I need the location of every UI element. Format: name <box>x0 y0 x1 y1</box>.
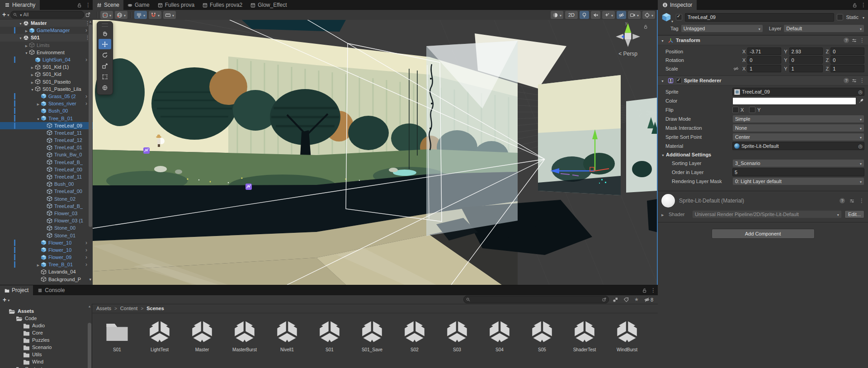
gameobject-name-field[interactable]: TreeLeaf_09 <box>685 13 834 22</box>
sprite-renderer-header[interactable]: Sprite Renderer <box>658 75 868 85</box>
hierarchy-row[interactable]: Bush_00 <box>0 180 93 188</box>
help-icon[interactable] <box>844 78 849 83</box>
palette-drag-handle[interactable] <box>102 24 108 27</box>
hierarchy-row[interactable]: S01 <box>0 34 93 41</box>
tab-inspector[interactable]: Inspector <box>658 0 697 10</box>
sprite-sort-point-dropdown[interactable]: Center <box>732 133 864 141</box>
scrollbar-thumb[interactable] <box>88 323 91 368</box>
expand-arrow-icon[interactable] <box>24 42 29 48</box>
hidden-count-badge[interactable]: 8 <box>642 297 655 302</box>
hierarchy-row[interactable]: TreeLeaf_00 <box>0 188 93 195</box>
project-folder-row[interactable]: Assets <box>0 307 92 315</box>
hierarchy-row[interactable]: Stone_02 <box>0 195 93 203</box>
measure-button[interactable] <box>163 11 176 19</box>
hand-tool-button[interactable] <box>99 28 111 38</box>
project-folder-row[interactable]: Content <box>0 365 92 368</box>
expand-arrow-icon[interactable] <box>30 79 35 85</box>
asset-tile[interactable]: Master <box>189 319 216 352</box>
hierarchy-row[interactable]: Tree_B_01 <box>0 261 93 268</box>
object-picker-icon[interactable] <box>858 143 863 149</box>
create-button[interactable] <box>2 11 9 18</box>
hierarchy-row[interactable]: Stone_01 <box>0 231 93 239</box>
scene-lock-icon[interactable] <box>643 24 648 29</box>
rotate-tool-button[interactable] <box>99 50 111 60</box>
y-value-field[interactable]: 2.93 <box>789 47 823 55</box>
hierarchy-row[interactable]: Stones_river <box>0 100 93 107</box>
hierarchy-row[interactable]: Grass_05 (2 <box>0 93 93 100</box>
breadcrumb-scenes[interactable]: Scenes <box>146 306 164 311</box>
draw-mode-dropdown[interactable]: Simple <box>732 115 864 123</box>
y-value-field[interactable]: 1 <box>789 65 823 72</box>
presets-icon[interactable] <box>851 78 857 84</box>
active-checkbox[interactable] <box>676 14 682 20</box>
prefab-open-chevron[interactable] <box>85 246 87 254</box>
scene-view-tab[interactable]: Scene <box>93 0 123 10</box>
expand-arrow-icon[interactable] <box>30 71 35 77</box>
foldout-icon[interactable] <box>661 38 665 43</box>
flip-y-checkbox[interactable] <box>749 107 755 113</box>
breadcrumb-content[interactable]: Content <box>120 306 138 311</box>
hierarchy-row[interactable]: Flower_09 <box>0 254 93 261</box>
perspective-label[interactable]: < Persp <box>607 51 649 57</box>
x-value-field[interactable]: -3.71 <box>747 47 781 55</box>
camera-settings-button[interactable] <box>628 11 641 19</box>
gizmo-axes[interactable] <box>613 23 643 51</box>
grid-snapping-toggle[interactable] <box>134 11 147 19</box>
color-swatch[interactable] <box>732 97 856 105</box>
create-asset-button[interactable] <box>3 296 9 303</box>
hierarchy-row[interactable]: S01_Paseito <box>0 78 93 85</box>
hierarchy-row[interactable]: Tree_B_01 <box>0 114 93 122</box>
asset-tile[interactable]: S05 <box>528 319 556 352</box>
expand-arrow-icon[interactable] <box>24 50 29 55</box>
prefab-open-chevron[interactable] <box>85 27 87 34</box>
scroll-up-icon[interactable]: ▲ <box>89 20 92 24</box>
prefab-open-chevron[interactable] <box>85 239 87 246</box>
hierarchy-row[interactable]: Background_P <box>0 276 93 283</box>
kebab-menu-icon[interactable] <box>85 2 91 8</box>
shader-dropdown[interactable]: Universal Render Pipeline/2D/Sprite-Lit-… <box>692 210 842 218</box>
scene-viewport[interactable]: y < Persp <box>93 20 658 285</box>
hierarchy-row[interactable]: GameManager <box>0 27 93 34</box>
z-value-field[interactable]: 0 <box>830 56 864 64</box>
flip-x-checkbox[interactable] <box>732 107 739 113</box>
hierarchy-row[interactable]: Bush_00 <box>0 107 93 114</box>
asset-tile[interactable]: LightTest <box>146 319 173 352</box>
scene-view-tab[interactable]: Game <box>123 0 154 10</box>
window-popout-icon[interactable] <box>85 12 90 17</box>
hierarchy-row[interactable]: Trunk_Bw_0 <box>0 151 93 158</box>
presets-icon[interactable] <box>851 38 857 43</box>
scroll-up-icon[interactable]: ▲ <box>88 305 91 308</box>
add-component-button[interactable]: Add Component <box>712 229 815 239</box>
hierarchy-row[interactable]: Flower_10 <box>0 239 93 246</box>
prefab-open-chevron[interactable] <box>85 261 87 268</box>
favorites-icon[interactable] <box>632 297 641 302</box>
expand-arrow-icon[interactable] <box>36 101 41 106</box>
additional-settings-label[interactable]: Additional Settings <box>666 152 711 157</box>
hidden-objects-toggle[interactable] <box>617 11 626 19</box>
project-folder-row[interactable]: Scenario <box>0 344 92 351</box>
kebab-menu-icon[interactable] <box>859 77 865 84</box>
project-folder-row[interactable]: Utils <box>0 351 92 358</box>
help-icon[interactable] <box>844 38 849 43</box>
tab-hierarchy[interactable]: Hierarchy <box>0 0 40 10</box>
component-enabled-checkbox[interactable] <box>676 78 682 84</box>
asset-tile[interactable]: WindBurst <box>613 319 641 352</box>
expand-arrow-icon[interactable] <box>36 262 41 267</box>
bottom-panel-tab[interactable]: Console <box>33 285 69 295</box>
project-folder-row[interactable]: Core <box>0 329 92 336</box>
mask-interaction-dropdown[interactable]: None <box>732 124 864 132</box>
rect-tool-button[interactable] <box>99 71 111 82</box>
hierarchy-row[interactable]: Flower_03 <box>0 210 93 217</box>
snap-magnet-button[interactable] <box>149 11 161 19</box>
expand-arrow-icon[interactable] <box>18 20 23 26</box>
hierarchy-search-input[interactable]: All <box>10 11 84 19</box>
tool-handle-orientation-button[interactable] <box>115 11 127 19</box>
hierarchy-row[interactable]: LightSun_04 <box>0 56 93 63</box>
lock-icon[interactable] <box>77 3 82 8</box>
project-folder-row[interactable]: Wind <box>0 358 92 365</box>
tag-dropdown[interactable]: Untagged <box>681 24 763 33</box>
hierarchy-row[interactable]: Environment <box>0 49 93 56</box>
lighting-toggle[interactable] <box>580 11 589 19</box>
material-preview-sphere[interactable] <box>661 194 675 208</box>
material-object-field[interactable]: Sprite-Lit-Default <box>732 142 864 150</box>
